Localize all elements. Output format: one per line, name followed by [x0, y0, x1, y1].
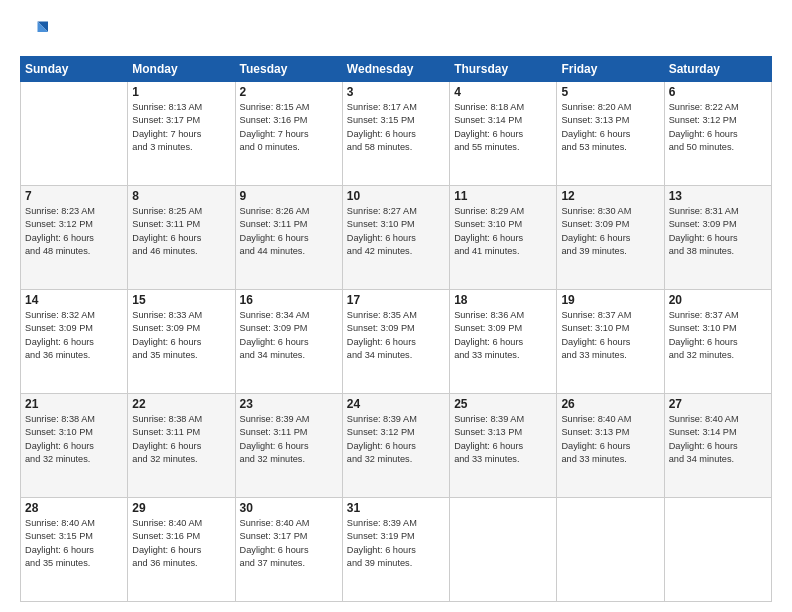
- day-info: Sunrise: 8:23 AM Sunset: 3:12 PM Dayligh…: [25, 205, 123, 258]
- day-cell: 24Sunrise: 8:39 AM Sunset: 3:12 PM Dayli…: [342, 394, 449, 498]
- day-info: Sunrise: 8:39 AM Sunset: 3:19 PM Dayligh…: [347, 517, 445, 570]
- day-cell: 7Sunrise: 8:23 AM Sunset: 3:12 PM Daylig…: [21, 186, 128, 290]
- col-header-thursday: Thursday: [450, 57, 557, 82]
- day-info: Sunrise: 8:40 AM Sunset: 3:16 PM Dayligh…: [132, 517, 230, 570]
- day-info: Sunrise: 8:17 AM Sunset: 3:15 PM Dayligh…: [347, 101, 445, 154]
- day-number: 6: [669, 85, 767, 99]
- day-info: Sunrise: 8:25 AM Sunset: 3:11 PM Dayligh…: [132, 205, 230, 258]
- day-cell: 25Sunrise: 8:39 AM Sunset: 3:13 PM Dayli…: [450, 394, 557, 498]
- day-info: Sunrise: 8:35 AM Sunset: 3:09 PM Dayligh…: [347, 309, 445, 362]
- logo-icon: [20, 18, 48, 46]
- calendar-table: SundayMondayTuesdayWednesdayThursdayFrid…: [20, 56, 772, 602]
- week-row-3: 14Sunrise: 8:32 AM Sunset: 3:09 PM Dayli…: [21, 290, 772, 394]
- day-info: Sunrise: 8:26 AM Sunset: 3:11 PM Dayligh…: [240, 205, 338, 258]
- day-number: 25: [454, 397, 552, 411]
- day-number: 15: [132, 293, 230, 307]
- week-row-2: 7Sunrise: 8:23 AM Sunset: 3:12 PM Daylig…: [21, 186, 772, 290]
- day-info: Sunrise: 8:40 AM Sunset: 3:14 PM Dayligh…: [669, 413, 767, 466]
- day-cell: 14Sunrise: 8:32 AM Sunset: 3:09 PM Dayli…: [21, 290, 128, 394]
- day-number: 30: [240, 501, 338, 515]
- day-cell: [450, 498, 557, 602]
- day-cell: 6Sunrise: 8:22 AM Sunset: 3:12 PM Daylig…: [664, 82, 771, 186]
- day-info: Sunrise: 8:40 AM Sunset: 3:13 PM Dayligh…: [561, 413, 659, 466]
- day-info: Sunrise: 8:27 AM Sunset: 3:10 PM Dayligh…: [347, 205, 445, 258]
- day-number: 3: [347, 85, 445, 99]
- day-info: Sunrise: 8:39 AM Sunset: 3:13 PM Dayligh…: [454, 413, 552, 466]
- day-cell: 9Sunrise: 8:26 AM Sunset: 3:11 PM Daylig…: [235, 186, 342, 290]
- day-cell: 3Sunrise: 8:17 AM Sunset: 3:15 PM Daylig…: [342, 82, 449, 186]
- day-info: Sunrise: 8:39 AM Sunset: 3:11 PM Dayligh…: [240, 413, 338, 466]
- day-info: Sunrise: 8:37 AM Sunset: 3:10 PM Dayligh…: [669, 309, 767, 362]
- day-info: Sunrise: 8:15 AM Sunset: 3:16 PM Dayligh…: [240, 101, 338, 154]
- day-number: 17: [347, 293, 445, 307]
- logo: [20, 18, 52, 46]
- day-cell: 1Sunrise: 8:13 AM Sunset: 3:17 PM Daylig…: [128, 82, 235, 186]
- week-row-5: 28Sunrise: 8:40 AM Sunset: 3:15 PM Dayli…: [21, 498, 772, 602]
- day-info: Sunrise: 8:13 AM Sunset: 3:17 PM Dayligh…: [132, 101, 230, 154]
- day-info: Sunrise: 8:32 AM Sunset: 3:09 PM Dayligh…: [25, 309, 123, 362]
- week-row-1: 1Sunrise: 8:13 AM Sunset: 3:17 PM Daylig…: [21, 82, 772, 186]
- day-number: 24: [347, 397, 445, 411]
- day-cell: 23Sunrise: 8:39 AM Sunset: 3:11 PM Dayli…: [235, 394, 342, 498]
- week-row-4: 21Sunrise: 8:38 AM Sunset: 3:10 PM Dayli…: [21, 394, 772, 498]
- day-number: 16: [240, 293, 338, 307]
- col-header-wednesday: Wednesday: [342, 57, 449, 82]
- day-number: 21: [25, 397, 123, 411]
- day-number: 5: [561, 85, 659, 99]
- day-number: 7: [25, 189, 123, 203]
- day-cell: 12Sunrise: 8:30 AM Sunset: 3:09 PM Dayli…: [557, 186, 664, 290]
- day-number: 12: [561, 189, 659, 203]
- day-cell: 8Sunrise: 8:25 AM Sunset: 3:11 PM Daylig…: [128, 186, 235, 290]
- day-number: 29: [132, 501, 230, 515]
- day-cell: 26Sunrise: 8:40 AM Sunset: 3:13 PM Dayli…: [557, 394, 664, 498]
- day-info: Sunrise: 8:30 AM Sunset: 3:09 PM Dayligh…: [561, 205, 659, 258]
- day-cell: 4Sunrise: 8:18 AM Sunset: 3:14 PM Daylig…: [450, 82, 557, 186]
- day-number: 23: [240, 397, 338, 411]
- day-number: 20: [669, 293, 767, 307]
- day-info: Sunrise: 8:22 AM Sunset: 3:12 PM Dayligh…: [669, 101, 767, 154]
- day-info: Sunrise: 8:34 AM Sunset: 3:09 PM Dayligh…: [240, 309, 338, 362]
- day-info: Sunrise: 8:40 AM Sunset: 3:17 PM Dayligh…: [240, 517, 338, 570]
- day-info: Sunrise: 8:20 AM Sunset: 3:13 PM Dayligh…: [561, 101, 659, 154]
- day-cell: 31Sunrise: 8:39 AM Sunset: 3:19 PM Dayli…: [342, 498, 449, 602]
- day-number: 19: [561, 293, 659, 307]
- day-cell: 18Sunrise: 8:36 AM Sunset: 3:09 PM Dayli…: [450, 290, 557, 394]
- col-header-monday: Monday: [128, 57, 235, 82]
- day-number: 13: [669, 189, 767, 203]
- day-info: Sunrise: 8:33 AM Sunset: 3:09 PM Dayligh…: [132, 309, 230, 362]
- day-cell: 19Sunrise: 8:37 AM Sunset: 3:10 PM Dayli…: [557, 290, 664, 394]
- day-cell: [557, 498, 664, 602]
- day-info: Sunrise: 8:40 AM Sunset: 3:15 PM Dayligh…: [25, 517, 123, 570]
- col-header-sunday: Sunday: [21, 57, 128, 82]
- day-cell: 21Sunrise: 8:38 AM Sunset: 3:10 PM Dayli…: [21, 394, 128, 498]
- day-number: 28: [25, 501, 123, 515]
- day-cell: 27Sunrise: 8:40 AM Sunset: 3:14 PM Dayli…: [664, 394, 771, 498]
- day-info: Sunrise: 8:39 AM Sunset: 3:12 PM Dayligh…: [347, 413, 445, 466]
- day-number: 8: [132, 189, 230, 203]
- day-number: 27: [669, 397, 767, 411]
- day-number: 31: [347, 501, 445, 515]
- day-info: Sunrise: 8:36 AM Sunset: 3:09 PM Dayligh…: [454, 309, 552, 362]
- day-number: 1: [132, 85, 230, 99]
- day-number: 18: [454, 293, 552, 307]
- day-cell: 29Sunrise: 8:40 AM Sunset: 3:16 PM Dayli…: [128, 498, 235, 602]
- day-info: Sunrise: 8:18 AM Sunset: 3:14 PM Dayligh…: [454, 101, 552, 154]
- header: [20, 18, 772, 46]
- day-cell: [664, 498, 771, 602]
- day-cell: 13Sunrise: 8:31 AM Sunset: 3:09 PM Dayli…: [664, 186, 771, 290]
- day-info: Sunrise: 8:31 AM Sunset: 3:09 PM Dayligh…: [669, 205, 767, 258]
- day-info: Sunrise: 8:38 AM Sunset: 3:11 PM Dayligh…: [132, 413, 230, 466]
- day-info: Sunrise: 8:38 AM Sunset: 3:10 PM Dayligh…: [25, 413, 123, 466]
- day-number: 10: [347, 189, 445, 203]
- day-number: 2: [240, 85, 338, 99]
- day-cell: 5Sunrise: 8:20 AM Sunset: 3:13 PM Daylig…: [557, 82, 664, 186]
- col-header-tuesday: Tuesday: [235, 57, 342, 82]
- day-info: Sunrise: 8:37 AM Sunset: 3:10 PM Dayligh…: [561, 309, 659, 362]
- col-header-saturday: Saturday: [664, 57, 771, 82]
- day-number: 14: [25, 293, 123, 307]
- day-cell: 11Sunrise: 8:29 AM Sunset: 3:10 PM Dayli…: [450, 186, 557, 290]
- day-cell: 28Sunrise: 8:40 AM Sunset: 3:15 PM Dayli…: [21, 498, 128, 602]
- day-cell: 17Sunrise: 8:35 AM Sunset: 3:09 PM Dayli…: [342, 290, 449, 394]
- day-cell: 20Sunrise: 8:37 AM Sunset: 3:10 PM Dayli…: [664, 290, 771, 394]
- day-cell: 15Sunrise: 8:33 AM Sunset: 3:09 PM Dayli…: [128, 290, 235, 394]
